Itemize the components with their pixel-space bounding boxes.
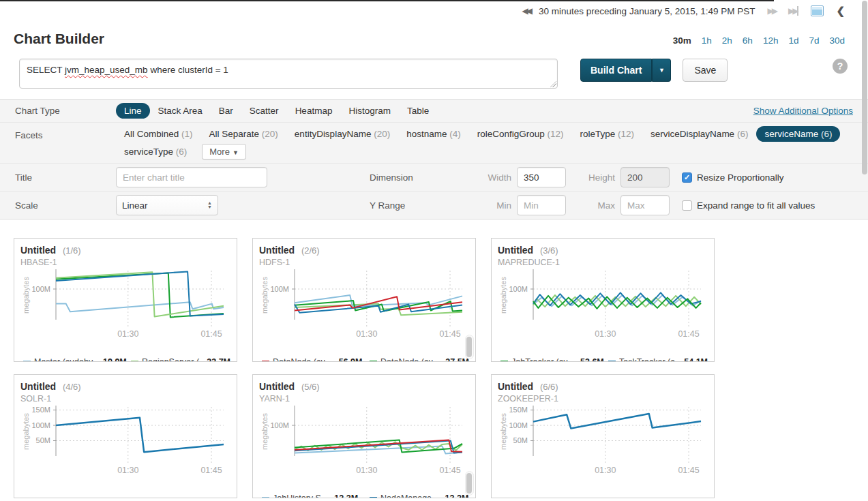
- resize-proportionally-option[interactable]: ✓ Resize Proportionally: [682, 172, 784, 183]
- chart-card-header: Untitled (2/6): [259, 244, 469, 257]
- facet-all-separate[interactable]: All Separate (20): [201, 126, 286, 142]
- y-axis-label: megabytes: [22, 277, 30, 314]
- chart-type-line[interactable]: Line: [116, 103, 150, 119]
- legend-swatch: [131, 361, 138, 362]
- time-range-6h[interactable]: 6h: [743, 35, 753, 46]
- chart-plot-area: megabytes100M01:3001:45: [259, 404, 469, 492]
- chart-index: (3/6): [540, 245, 558, 256]
- facet-options: All Combined (1)All Separate (20)entityD…: [116, 126, 840, 160]
- chart-legend: JobTracker (cu…53.6MTaskTracker (c…54.1M…: [498, 357, 708, 362]
- line-chart-svg: megabytes100M01:3001:45: [259, 268, 468, 354]
- fast-forward-icon[interactable]: ▶▶: [767, 6, 775, 16]
- expand-range-checkbox[interactable]: [682, 200, 692, 211]
- facets-more-button[interactable]: More▼: [202, 144, 246, 160]
- browser-edge-artifact: [0, 0, 774, 1]
- legend-value: 19.9M: [103, 357, 127, 362]
- title-dimension-row: Title Dimension Width Height ✓ Resize Pr…: [0, 163, 868, 191]
- help-icon[interactable]: ?: [833, 59, 848, 74]
- facet-servicename[interactable]: serviceName (6): [756, 126, 840, 142]
- height-label: Height: [584, 172, 615, 183]
- rewind-icon[interactable]: ◀◀: [522, 6, 530, 16]
- skip-to-now-icon[interactable]: ▶▶: [788, 6, 798, 16]
- page-scrollbar: [860, 0, 868, 501]
- legend-scrollbar-thumb[interactable]: [466, 473, 472, 494]
- chart-card-header: Untitled (1/6): [20, 244, 230, 257]
- page-scrollbar-thumb[interactable]: [862, 1, 867, 174]
- build-chart-dropdown-caret[interactable]: ▼: [652, 59, 671, 82]
- legend-item[interactable]: JobHistory S…12.3M: [262, 494, 370, 498]
- y-axis-label: megabytes: [22, 413, 30, 450]
- show-additional-options-link[interactable]: Show Additional Options: [753, 106, 853, 116]
- facet-all-combined[interactable]: All Combined (1): [116, 126, 201, 142]
- legend-item[interactable]: RegionServer (…33.7M: [131, 357, 230, 362]
- scale-select[interactable]: Linear ▲▼: [116, 195, 218, 215]
- legend-item[interactable]: DataNode (cu…56.9M: [262, 357, 370, 362]
- chart-card-header: Untitled (3/6): [498, 244, 708, 257]
- time-range-1h[interactable]: 1h: [702, 35, 712, 46]
- x-tick-label: 01:45: [200, 466, 222, 475]
- x-tick-label: 01:30: [595, 466, 616, 475]
- legend-value: 53.6M: [580, 357, 604, 362]
- y-tick-label: 100M: [270, 285, 289, 293]
- legend-swatch: [23, 361, 31, 362]
- width-input[interactable]: [517, 167, 566, 187]
- chart-type-table[interactable]: Table: [399, 103, 437, 119]
- facet-servicedisplayname[interactable]: serviceDisplayName (6): [642, 126, 756, 142]
- legend-item[interactable]: JobTracker (cu…53.6M: [500, 357, 608, 362]
- textarea-resize-grip[interactable]: [549, 80, 556, 87]
- max-label: Max: [584, 200, 615, 211]
- legend-label: TaskTracker (c…: [619, 357, 679, 362]
- time-range-2h[interactable]: 2h: [722, 35, 732, 46]
- chart-type-scatter[interactable]: Scatter: [241, 103, 287, 119]
- collapse-left-icon[interactable]: ❮: [836, 5, 845, 17]
- chart-type-histogram[interactable]: Histogram: [340, 103, 399, 119]
- time-range-12h[interactable]: 12h: [763, 35, 779, 46]
- expand-range-option[interactable]: Expand range to fit all values: [682, 200, 815, 211]
- resize-proportionally-checkbox[interactable]: ✓: [682, 172, 692, 183]
- time-range-7d[interactable]: 7d: [809, 35, 819, 46]
- legend-item[interactable]: NodeManage…13.2M: [370, 494, 469, 498]
- chart-type-options: LineStack AreaBarScatterHeatmapHistogram…: [116, 103, 437, 119]
- time-range-30m[interactable]: 30m: [673, 35, 691, 46]
- chart-title-input[interactable]: [116, 167, 267, 187]
- scale-yrange-row: Scale Linear ▲▼ Y Range Min Max Expand r…: [0, 191, 868, 219]
- chart-card: Untitled (5/6) YARN-1 megabytes100M01:30…: [252, 374, 476, 498]
- y-axis-label: megabytes: [260, 277, 269, 314]
- yrange-min-input[interactable]: [517, 195, 566, 215]
- chart-subtitle: HDFS-1: [259, 258, 469, 268]
- legend-value: 33.7M: [207, 357, 230, 362]
- chart-type-bar[interactable]: Bar: [211, 103, 241, 119]
- legend-item[interactable]: DataNode (cu…27.5M: [370, 357, 469, 362]
- y-tick-label: 50M: [36, 436, 50, 444]
- legend-swatch: [370, 497, 377, 498]
- x-tick-label: 01:30: [356, 329, 377, 339]
- legend-item[interactable]: TaskTracker (c…54.1M: [608, 357, 708, 362]
- query-input[interactable]: SELECT jvm_heap_used_mb where clusterId …: [19, 59, 558, 89]
- facet-roleconfiggroup[interactable]: roleConfigGroup (12): [469, 126, 572, 142]
- line-chart-svg: megabytes150M100M50M01:3001:45: [20, 404, 229, 490]
- yrange-max-input[interactable]: [620, 195, 670, 215]
- line-chart-svg: megabytes150M100M50M01:3001:45: [498, 404, 706, 490]
- time-range-1d[interactable]: 1d: [788, 35, 798, 46]
- legend-scrollbar-thumb[interactable]: [466, 337, 472, 357]
- chart-type-heatmap[interactable]: Heatmap: [287, 103, 341, 119]
- facet-roletype[interactable]: roleType (12): [572, 126, 643, 142]
- date-picker-icon[interactable]: [811, 5, 824, 16]
- time-range-30d[interactable]: 30d: [829, 35, 845, 46]
- facet-servicetype[interactable]: serviceType (6): [116, 144, 195, 160]
- facet-hostname[interactable]: hostname (4): [398, 126, 469, 142]
- chart-plot-area: megabytes100M01:3001:45: [20, 268, 230, 356]
- x-tick-label: 01:30: [595, 329, 616, 339]
- x-tick-label: 01:30: [117, 329, 138, 339]
- legend-label: Master (cudahy…: [34, 357, 98, 362]
- facet-entitydisplayname[interactable]: entityDisplayName (20): [286, 126, 398, 142]
- chart-subtitle: SOLR-1: [20, 394, 230, 404]
- save-button[interactable]: Save: [683, 59, 728, 82]
- title-row: Chart Builder 30m1h2h6h12h1d7d30d: [0, 31, 868, 47]
- legend-item[interactable]: Master (cudahy…19.9M: [23, 357, 131, 362]
- chart-type-stack-area[interactable]: Stack Area: [150, 103, 211, 119]
- facets-row: Facets All Combined (1)All Separate (20)…: [0, 122, 868, 163]
- select-stepper-icon: ▲▼: [207, 201, 212, 209]
- legend-value: 54.1M: [684, 357, 708, 362]
- build-chart-button[interactable]: Build Chart: [580, 59, 652, 82]
